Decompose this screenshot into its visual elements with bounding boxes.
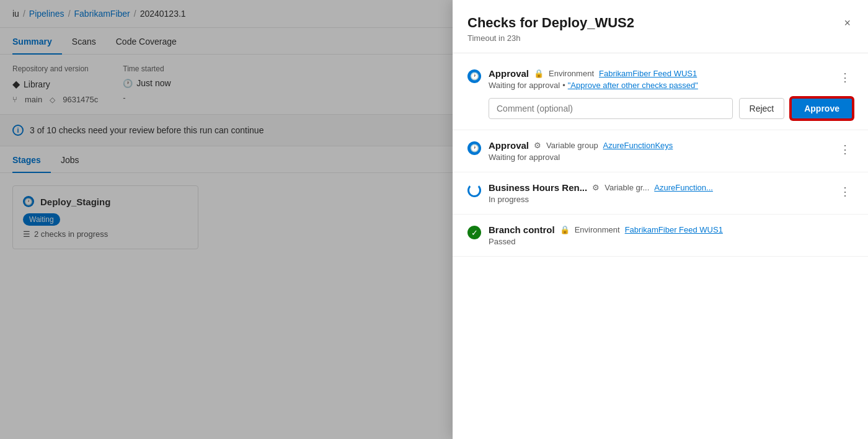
check-4-type-icon: 🔒 <box>560 225 570 234</box>
approval-form: Reject Approve <box>467 97 853 120</box>
check-1-clock-icon: 🕐 <box>467 69 481 83</box>
reject-button[interactable]: Reject <box>739 98 785 119</box>
check-1-status-link[interactable]: "Approve after other checks passed" <box>568 81 698 90</box>
check-3-header: Business Hours Ren... ⚙ Variable gr... A… <box>467 182 853 204</box>
check-3-name: Business Hours Ren... <box>489 182 587 193</box>
check-3-status-text: In progress <box>489 195 529 204</box>
check-1-resource-link[interactable]: FabrikamFiber Feed WUS1 <box>599 69 697 78</box>
modal-close-button[interactable]: × <box>841 15 853 31</box>
check-2-resource-type: Variable group <box>546 141 598 150</box>
modal-title-row: Checks for Deploy_WUS2 Timeout in 23h × <box>467 15 853 43</box>
check-1-status-text: Waiting for approval <box>489 81 560 90</box>
check-2-menu[interactable]: ⋮ <box>837 140 853 159</box>
check-item-3: Business Hours Ren... ⚙ Variable gr... A… <box>453 172 868 215</box>
check-2-status-text: Waiting for approval <box>489 153 560 162</box>
modal-header: Checks for Deploy_WUS2 Timeout in 23h × <box>453 0 868 53</box>
check-4-resource-type: Environment <box>575 225 620 234</box>
modal-title: Checks for Deploy_WUS2 <box>467 15 634 31</box>
check-2-status: Waiting for approval <box>489 153 853 162</box>
check-2-body: Approval ⚙ Variable group AzureFunctionK… <box>489 140 853 162</box>
check-1-name: Approval <box>489 68 529 79</box>
check-item-4: ✓ Branch control 🔒 Environment FabrikamF… <box>453 215 868 257</box>
check-2-header: 🕐 Approval ⚙ Variable group AzureFunctio… <box>467 140 853 162</box>
check-1-status: Waiting for approval • "Approve after ot… <box>489 81 853 90</box>
check-4-status: Passed <box>489 237 853 246</box>
check-1-type-icon: 🔒 <box>534 69 544 78</box>
check-1-resource-type: Environment <box>549 69 594 78</box>
check-3-progress-icon <box>467 184 481 197</box>
check-2-icon: 🕐 <box>467 141 481 155</box>
approve-button[interactable]: Approve <box>790 97 853 120</box>
check-1-menu[interactable]: ⋮ <box>837 68 853 87</box>
modal-subtitle: Timeout in 23h <box>467 33 634 43</box>
check-3-menu[interactable]: ⋮ <box>837 182 853 201</box>
modal-title-block: Checks for Deploy_WUS2 Timeout in 23h <box>467 15 634 43</box>
modal-panel: Checks for Deploy_WUS2 Timeout in 23h × … <box>453 0 868 439</box>
check-1-header: 🕐 Approval 🔒 Environment FabrikamFiber F… <box>467 68 853 90</box>
check-4-name: Branch control <box>489 224 555 235</box>
check-4-body: Branch control 🔒 Environment FabrikamFib… <box>489 224 853 246</box>
check-4-icon: ✓ <box>467 226 481 239</box>
check-1-title-row: Approval 🔒 Environment FabrikamFiber Fee… <box>489 68 853 79</box>
comment-input[interactable] <box>489 98 733 119</box>
check-4-resource-link[interactable]: FabrikamFiber Feed WUS1 <box>625 225 723 234</box>
check-3-title-row: Business Hours Ren... ⚙ Variable gr... A… <box>489 182 853 193</box>
check-2-type-icon: ⚙ <box>534 141 541 150</box>
check-4-success-icon: ✓ <box>467 226 481 239</box>
check-1-sep: • <box>562 81 565 90</box>
check-4-title-row: Branch control 🔒 Environment FabrikamFib… <box>489 224 853 235</box>
check-3-icon <box>467 184 481 197</box>
modal-content: 🕐 Approval 🔒 Environment FabrikamFiber F… <box>453 53 868 439</box>
check-2-title-row: Approval ⚙ Variable group AzureFunctionK… <box>489 140 853 151</box>
check-2-resource-link[interactable]: AzureFunctionKeys <box>603 141 673 150</box>
check-1-icon: 🕐 <box>467 69 481 83</box>
check-2-name: Approval <box>489 140 529 151</box>
check-3-status: In progress <box>489 195 853 204</box>
check-item-2: 🕐 Approval ⚙ Variable group AzureFunctio… <box>453 130 868 172</box>
check-3-type-icon: ⚙ <box>592 183 600 192</box>
check-4-status-text: Passed <box>489 237 515 246</box>
check-1-body: Approval 🔒 Environment FabrikamFiber Fee… <box>489 68 853 90</box>
check-3-body: Business Hours Ren... ⚙ Variable gr... A… <box>489 182 853 204</box>
check-2-clock-icon: 🕐 <box>467 141 481 155</box>
check-3-resource-link[interactable]: AzureFunction... <box>654 183 713 192</box>
check-item-1: 🕐 Approval 🔒 Environment FabrikamFiber F… <box>453 58 868 130</box>
check-3-resource-type: Variable gr... <box>604 183 649 192</box>
check-4-header: ✓ Branch control 🔒 Environment FabrikamF… <box>467 224 853 246</box>
